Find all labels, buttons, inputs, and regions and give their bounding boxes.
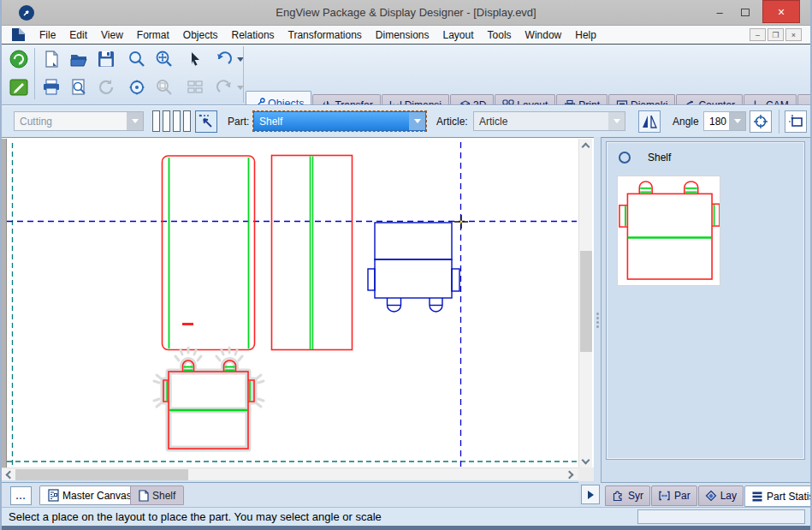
menu-transformations[interactable]: Transformations — [282, 27, 369, 43]
select-button[interactable] — [183, 47, 207, 71]
mirror-button[interactable] — [638, 110, 661, 133]
mdi-restore-button[interactable]: ❐ — [768, 28, 784, 41]
knife-mode-combo[interactable]: Cutting — [14, 111, 144, 131]
part-preview[interactable] — [617, 176, 720, 286]
corner-rect-icon — [787, 113, 804, 130]
pane-splitter[interactable] — [594, 137, 601, 482]
statistics-bars-icon — [751, 491, 763, 503]
tab-parameters[interactable]: Par — [651, 485, 697, 506]
part-label: Part: — [228, 116, 249, 128]
play-icon — [588, 491, 594, 499]
menu-dimensions[interactable]: Dimensions — [369, 27, 436, 43]
selection-halo — [154, 348, 264, 449]
mdi-minimize-button[interactable]: – — [750, 28, 766, 41]
open-folder-icon — [69, 50, 88, 68]
menu-file[interactable]: File — [33, 27, 62, 43]
edit-design-button[interactable] — [7, 75, 31, 99]
menu-tools[interactable]: Tools — [481, 27, 519, 43]
knife-preview-icon — [152, 110, 191, 132]
open-button[interactable] — [67, 47, 91, 71]
tab-layers[interactable]: Lay — [698, 485, 744, 506]
menu-relations[interactable]: Relations — [225, 27, 282, 43]
print-icon — [42, 78, 61, 97]
tab-part-statistics[interactable]: Part Statistics — [744, 485, 812, 507]
undo-button[interactable] — [212, 47, 236, 71]
print-preview-button[interactable] — [67, 75, 91, 99]
menu-edit[interactable]: Edit — [62, 27, 94, 43]
properties-grid-button[interactable] — [183, 75, 207, 99]
scroll-right-button[interactable] — [563, 468, 575, 480]
menu-layout[interactable]: Layout — [436, 27, 481, 43]
engview-home-button[interactable] — [7, 47, 31, 71]
undo-icon — [215, 50, 234, 68]
zoom-window-button[interactable] — [152, 75, 176, 99]
part-combo[interactable]: Shelf — [253, 111, 426, 131]
menu-objects[interactable]: Objects — [176, 27, 225, 43]
scroll-left-button[interactable] — [3, 468, 15, 480]
scrollbar-corner — [578, 467, 594, 481]
toolbar-separator — [243, 46, 244, 103]
placed-shelf-part[interactable] — [154, 348, 264, 449]
mirror-icon — [641, 113, 658, 130]
print-button[interactable] — [39, 75, 63, 99]
main-toolbar: Objects Transfor Dimensi 3D Layout Print… — [2, 45, 810, 104]
print-preview-icon — [69, 78, 88, 97]
tab-synchronize[interactable]: Syr — [605, 485, 650, 506]
window-bottom-edge — [2, 526, 810, 530]
zoom-extents-button[interactable] — [152, 47, 176, 71]
panel-b[interactable] — [272, 156, 353, 350]
param-brackets-icon — [658, 490, 671, 502]
article-combo[interactable]: Article — [473, 111, 625, 131]
zoom-selection-button[interactable] — [125, 75, 149, 99]
tab-overflow-button[interactable]: ... — [10, 486, 32, 505]
sheet-guides — [7, 143, 577, 467]
menu-window[interactable]: Window — [519, 27, 569, 43]
status-message: Select a place on the layout to place th… — [9, 510, 382, 523]
ghost-part[interactable] — [368, 223, 459, 312]
redo-button[interactable] — [212, 75, 236, 99]
close-button[interactable]: × — [762, 0, 800, 23]
panel-a[interactable] — [163, 156, 255, 350]
magnifier-icon — [127, 50, 146, 68]
statusbar: Select a place on the layout to place th… — [2, 507, 810, 526]
menu-format[interactable]: Format — [130, 27, 176, 43]
menu-help[interactable]: Help — [568, 27, 603, 43]
menubar: File Edit View Format Objects Relations … — [2, 26, 810, 45]
snap-corner-button[interactable] — [785, 110, 807, 133]
dropdown-arrow-icon — [729, 112, 745, 130]
zoom-button[interactable] — [125, 47, 149, 71]
refresh-button[interactable] — [94, 75, 118, 99]
scroll-up-button[interactable] — [579, 140, 592, 152]
minimize-button[interactable]: – — [708, 0, 732, 24]
canvas-vscrollbar[interactable] — [578, 139, 592, 467]
canvas-hscrollbar[interactable] — [2, 467, 578, 480]
menu-view[interactable]: View — [94, 27, 130, 43]
puzzle-icon — [612, 490, 625, 502]
expand-tabs-button[interactable] — [581, 485, 600, 504]
angle-combo[interactable]: 180 — [703, 111, 746, 131]
dropdown-arrow-icon — [608, 112, 625, 130]
vscroll-thumb[interactable] — [580, 251, 592, 352]
undo-dropdown-button[interactable] — [234, 47, 246, 71]
new-button[interactable] — [39, 47, 63, 71]
save-button[interactable] — [94, 47, 118, 71]
layout-canvas[interactable] — [7, 139, 578, 467]
app-window: EngView Package & Display Designer - [Di… — [0, 0, 812, 530]
maximize-button[interactable] — [733, 0, 757, 24]
mdi-window-controls: – ❐ × — [750, 28, 802, 41]
mdi-close-button[interactable]: × — [785, 28, 802, 41]
hscroll-thumb[interactable] — [15, 469, 188, 480]
save-icon — [97, 50, 116, 68]
tab-master-canvas[interactable]: Master Canvas — [39, 485, 140, 505]
zoom-extents-icon — [155, 50, 174, 68]
redo-dropdown-button[interactable] — [234, 75, 246, 99]
place-part-button[interactable] — [195, 110, 217, 133]
scroll-down-button[interactable] — [579, 454, 592, 466]
part-radio-button[interactable] — [619, 152, 631, 164]
engview-logo-icon — [9, 49, 29, 69]
select-arrow-icon — [187, 51, 204, 68]
refresh-icon — [97, 78, 116, 97]
rotation-center-button[interactable] — [750, 110, 772, 133]
tab-shelf[interactable]: Shelf — [130, 485, 184, 505]
titlebar[interactable]: EngView Package & Display Designer - [Di… — [2, 0, 810, 26]
